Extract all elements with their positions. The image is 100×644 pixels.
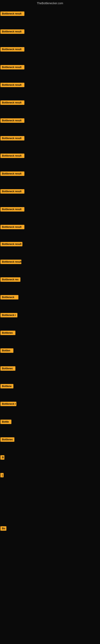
- bottleneck-badge: Bottleneck result: [0, 225, 24, 229]
- bottleneck-badge: Bottle: [0, 420, 11, 424]
- bottleneck-badge: Bottleneck result: [0, 83, 24, 87]
- bottleneck-badge: Bottleneck result: [0, 260, 21, 264]
- bottleneck-badge: Bottleneck result: [0, 136, 24, 140]
- bottleneck-badge: Bottleneck result: [0, 207, 24, 212]
- bottleneck-badge: Bottleneck r: [0, 313, 17, 317]
- bottleneck-badge: Bottleneck res: [0, 277, 20, 282]
- bottleneck-badge: Bottleneck result: [0, 189, 24, 194]
- bottleneck-badge: Bottleneck result: [0, 47, 24, 52]
- bottleneck-badge: Bottleneck result: [0, 154, 24, 158]
- bottleneck-badge: Bottleneck: [0, 295, 18, 300]
- bottleneck-badge: Bottleneck result: [0, 65, 24, 70]
- bottleneck-badge: Bottlenec: [0, 366, 15, 371]
- bottleneck-badge: Bottleneck result: [0, 172, 24, 176]
- bottleneck-badge: Bottlenec: [0, 331, 15, 335]
- bottleneck-badge: Bottlenec: [0, 437, 14, 442]
- bottleneck-badge: Bottleneck result: [0, 12, 24, 16]
- bottleneck-badge: Bottlene: [0, 384, 13, 388]
- bottleneck-badge: |: [0, 473, 3, 477]
- bottleneck-badge: Bottleneck result: [0, 30, 24, 34]
- bottleneck-badge: Bottleneck result: [0, 118, 24, 123]
- bottleneck-badge: Bottleneck result: [0, 242, 22, 246]
- bottleneck-badge: B: [0, 455, 4, 460]
- bottleneck-badge: Bottlen: [0, 348, 13, 353]
- bottleneck-badge: Bottleneck result: [0, 100, 24, 105]
- bottleneck-badge: Bo: [0, 526, 6, 531]
- bottleneck-badge: Bottleneck r: [0, 402, 16, 406]
